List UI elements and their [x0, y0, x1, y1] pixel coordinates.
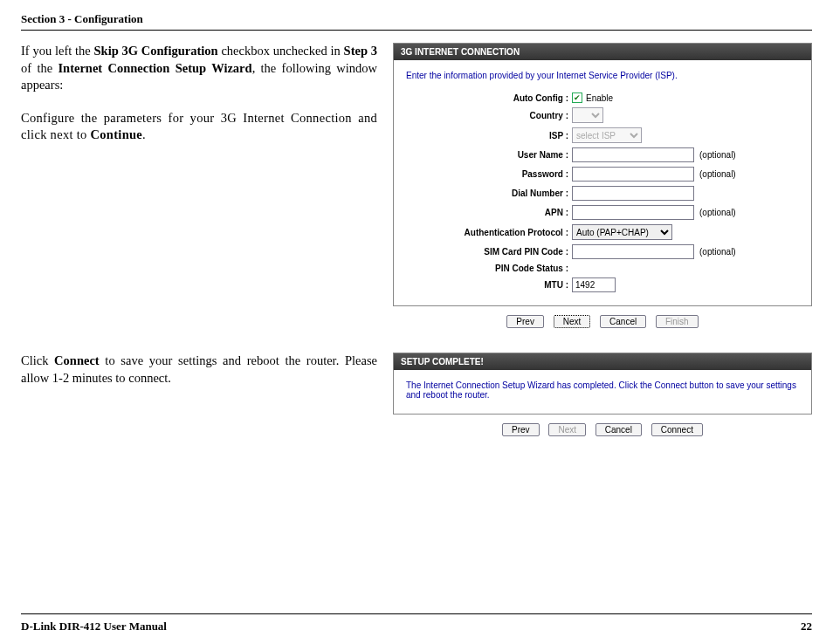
checkbox-enable[interactable]: ✔ — [572, 92, 582, 103]
label-dial: Dial Number : — [406, 188, 572, 198]
panel-setup-complete: SETUP COMPLETE! The Internet Connection … — [393, 353, 812, 414]
panel-intro: Enter the information provided by your I… — [406, 71, 799, 80]
footer-left: D-Link DIR-412 User Manual — [21, 620, 167, 634]
connect-button[interactable]: Connect — [651, 423, 703, 436]
paragraph-3: Click Connect to save your settings and … — [21, 353, 377, 387]
button-row-2: Prev Next Cancel Connect — [393, 423, 812, 436]
section-header: Section 3 - Configuration — [21, 12, 812, 31]
optional-text: (optional) — [699, 247, 736, 257]
panel-title: 3G INTERNET CONNECTION — [394, 44, 811, 60]
panel2-body: The Internet Connection Setup Wizard has… — [406, 380, 799, 400]
optional-text: (optional) — [699, 169, 736, 179]
instruction-column: If you left the Skip 3G Configuration ch… — [21, 43, 377, 328]
label-pin-status: PIN Code Status : — [406, 264, 572, 273]
cancel-button-2[interactable]: Cancel — [595, 423, 642, 436]
label-pin: SIM Card PIN Code : — [406, 247, 572, 257]
select-country[interactable] — [572, 107, 603, 123]
optional-text: (optional) — [699, 208, 736, 217]
button-row-1: Prev Next Cancel Finish — [393, 315, 812, 328]
finish-button: Finish — [656, 315, 699, 328]
instruction-column-2: Click Connect to save your settings and … — [21, 353, 377, 436]
label-username: User Name : — [406, 150, 572, 160]
input-username[interactable] — [572, 147, 694, 162]
label-apn: APN : — [406, 208, 572, 217]
input-pin[interactable] — [572, 244, 694, 259]
prev-button[interactable]: Prev — [506, 315, 544, 328]
label-auto-config: Auto Config : — [406, 93, 572, 103]
label-mtu: MTU : — [406, 280, 572, 290]
paragraph-1: If you left the Skip 3G Configuration ch… — [21, 43, 377, 94]
label-password: Password : — [406, 169, 572, 179]
label-auth: Authentication Protocol : — [406, 228, 572, 237]
input-apn[interactable] — [572, 205, 694, 220]
select-isp[interactable]: select ISP — [572, 127, 642, 143]
panel2-title: SETUP COMPLETE! — [394, 353, 811, 370]
cancel-button[interactable]: Cancel — [600, 315, 646, 328]
page-number: 22 — [801, 620, 812, 634]
label-isp: ISP : — [406, 131, 572, 140]
input-password[interactable] — [572, 167, 694, 182]
optional-text: (optional) — [699, 150, 736, 160]
prev-button-2[interactable]: Prev — [502, 423, 540, 436]
input-dial-number[interactable] — [572, 186, 694, 201]
input-mtu[interactable] — [572, 277, 616, 292]
label-country: Country : — [406, 111, 572, 120]
select-auth-protocol[interactable]: Auto (PAP+CHAP) — [572, 224, 672, 240]
next-button-2: Next — [548, 423, 586, 436]
panel-3g-connection: 3G INTERNET CONNECTION Enter the informa… — [393, 43, 812, 306]
page-footer: D-Link DIR-412 User Manual 22 — [21, 613, 812, 634]
next-button[interactable]: Next — [554, 315, 591, 328]
paragraph-2: Configure the parameters for your 3G Int… — [21, 110, 377, 144]
enable-text: Enable — [586, 93, 613, 103]
